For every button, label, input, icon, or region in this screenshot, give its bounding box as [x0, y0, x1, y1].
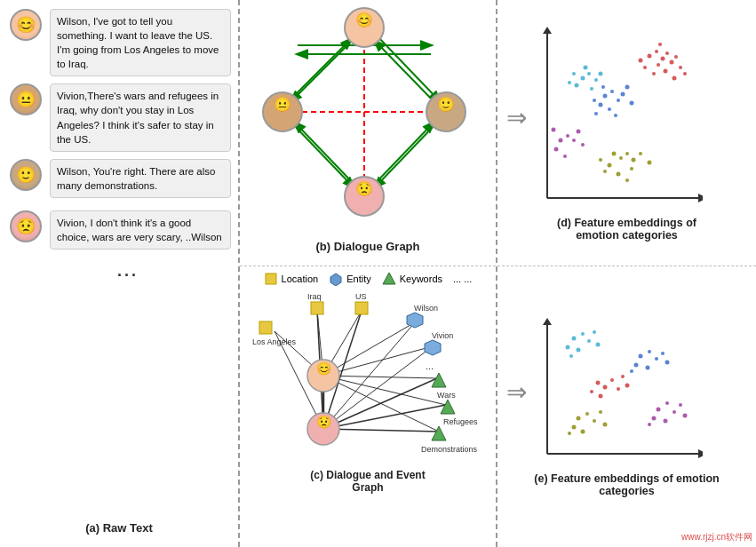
feature-label-e-text: (e) Feature embeddings of emotion catego…: [534, 472, 719, 497]
svg-point-98: [575, 83, 579, 87]
svg-point-113: [630, 167, 633, 170]
svg-text:US: US: [355, 292, 367, 301]
arrow-e: ⇒: [506, 377, 527, 407]
dialogue-graph-svg: 😊 😐 🙂 😟: [240, 5, 489, 218]
svg-point-108: [625, 152, 629, 155]
svg-line-31: [323, 346, 433, 376]
svg-point-110: [603, 170, 607, 173]
svg-point-74: [674, 55, 678, 59]
svg-line-6: [291, 123, 354, 187]
legend-keywords-label: Keywords: [400, 274, 442, 284]
legend-location: Location: [264, 272, 319, 286]
svg-point-135: [569, 354, 573, 358]
legend-entity-label: Entity: [346, 274, 371, 284]
svg-text:Vivion: Vivion: [432, 331, 453, 340]
svg-point-141: [646, 366, 650, 370]
svg-point-160: [603, 423, 608, 427]
watermark: www.rjzj.cn软件网: [681, 531, 752, 543]
scatter-plot-e: [534, 316, 703, 467]
svg-point-73: [670, 59, 674, 64]
avatar-jerome: 🙂: [10, 159, 42, 191]
svg-point-153: [577, 416, 581, 421]
svg-point-80: [679, 66, 682, 69]
svg-point-78: [643, 66, 647, 69]
svg-point-122: [563, 155, 567, 158]
dialogue-graph-section: 😊 😐 🙂 😟 (b) Dialogue Graph: [240, 0, 496, 266]
svg-point-99: [594, 78, 598, 82]
svg-point-94: [630, 100, 634, 105]
svg-point-146: [610, 378, 614, 382]
speech-vivion: Wilson, I've got to tell you something. …: [50, 9, 231, 76]
svg-point-119: [554, 147, 559, 151]
feature-label-d: (d) Feature embeddings ofemotion categor…: [557, 217, 696, 242]
scatter-d-svg: [534, 25, 703, 211]
left-panel-label: (a) Raw Text: [7, 521, 231, 538]
svg-text:Demonstrations: Demonstrations: [421, 445, 478, 454]
svg-point-92: [601, 85, 605, 89]
svg-rect-24: [266, 274, 276, 284]
ellipsis: ...: [7, 262, 231, 281]
event-graph-label: (c) Dialogue and EventGraph: [310, 469, 425, 497]
svg-marker-67: [698, 194, 703, 202]
svg-marker-57: [441, 400, 455, 414]
svg-point-155: [572, 425, 577, 430]
scatter-e-svg: [534, 316, 703, 467]
svg-point-93: [614, 114, 617, 117]
scatter-plot-d: [534, 25, 703, 211]
svg-point-161: [657, 408, 661, 412]
svg-point-158: [599, 410, 602, 414]
svg-text:😊: 😊: [316, 361, 332, 377]
svg-point-88: [621, 91, 625, 96]
middle-panel: 😊 😐 🙂 😟 (b) Dialogue Graph: [240, 0, 497, 547]
svg-rect-48: [355, 302, 368, 314]
svg-line-9: [371, 123, 434, 187]
svg-point-131: [566, 345, 570, 350]
svg-text:😊: 😊: [355, 12, 373, 28]
svg-point-103: [599, 71, 603, 75]
svg-point-115: [648, 160, 652, 164]
svg-point-124: [552, 127, 556, 131]
svg-point-152: [625, 384, 630, 388]
svg-point-156: [593, 419, 596, 423]
svg-point-164: [672, 410, 676, 414]
speech-jerome: Wilson, You're right. There are also man…: [50, 159, 231, 198]
svg-point-150: [621, 375, 625, 378]
svg-point-101: [572, 72, 576, 75]
dialogue-graph-area: 😊 😐 🙂 😟: [240, 5, 496, 236]
svg-point-154: [585, 412, 589, 416]
svg-rect-44: [259, 321, 272, 334]
svg-point-71: [661, 56, 665, 60]
svg-point-86: [599, 102, 603, 107]
svg-point-116: [625, 178, 629, 182]
svg-point-95: [593, 99, 596, 102]
scatter-d-section: ⇒: [497, 0, 756, 266]
svg-marker-59: [432, 426, 446, 440]
svg-point-102: [590, 87, 593, 91]
svg-text:...: ...: [426, 361, 434, 371]
svg-point-140: [655, 357, 658, 361]
svg-point-82: [672, 75, 677, 80]
svg-line-10: [291, 39, 354, 101]
svg-point-163: [652, 416, 657, 421]
svg-point-136: [596, 343, 601, 347]
svg-point-147: [599, 394, 603, 399]
svg-point-120: [572, 139, 576, 142]
svg-point-114: [599, 158, 602, 162]
left-panel: 😊 Vivion Wilson, I've got to tell you so…: [0, 0, 240, 547]
speech-melody: Vivion, I don't think it's a good choice…: [50, 210, 231, 250]
svg-text:Refugees: Refugees: [443, 417, 478, 426]
svg-line-8: [375, 123, 437, 187]
svg-point-129: [572, 337, 577, 341]
event-graph-label-text: (c) Dialogue and EventGraph: [310, 469, 425, 494]
svg-point-112: [617, 171, 621, 176]
svg-point-118: [566, 134, 569, 138]
scatter-e-section: ⇒: [497, 266, 756, 547]
svg-point-85: [610, 90, 614, 93]
svg-point-106: [619, 156, 623, 160]
svg-point-142: [661, 352, 664, 355]
svg-point-117: [559, 138, 563, 142]
svg-point-89: [608, 107, 611, 111]
svg-line-41: [323, 405, 446, 429]
svg-point-77: [652, 72, 656, 75]
svg-point-100: [584, 65, 588, 69]
